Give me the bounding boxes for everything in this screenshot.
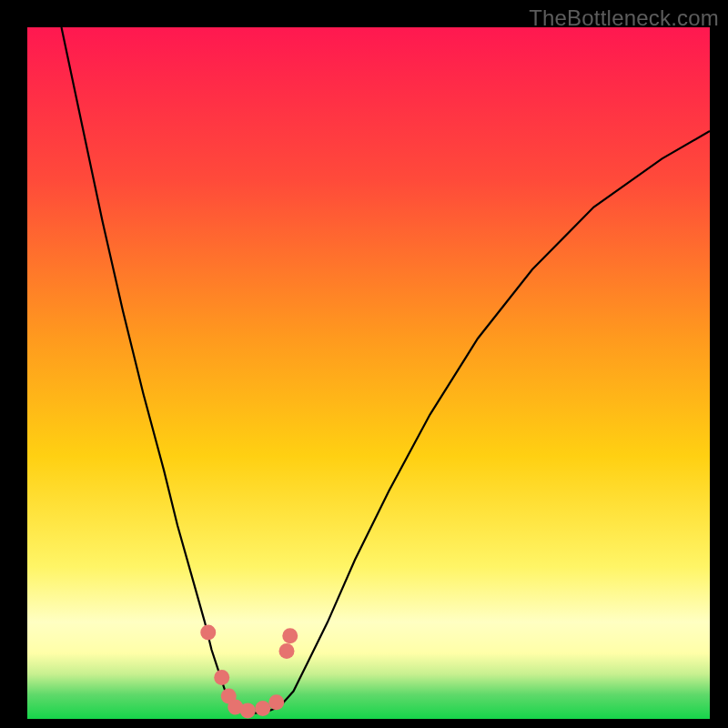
watermark-text: TheBottleneck.com (529, 5, 719, 31)
chart-svg (27, 27, 710, 719)
chart-container: TheBottleneck.com (0, 0, 728, 728)
plot-area (27, 27, 710, 719)
data-marker (282, 628, 298, 643)
data-marker (268, 694, 284, 710)
data-marker (200, 625, 216, 641)
data-marker (255, 701, 270, 716)
data-marker (214, 670, 229, 685)
data-marker (279, 643, 295, 659)
gradient-background (27, 27, 710, 719)
data-marker (240, 703, 256, 718)
